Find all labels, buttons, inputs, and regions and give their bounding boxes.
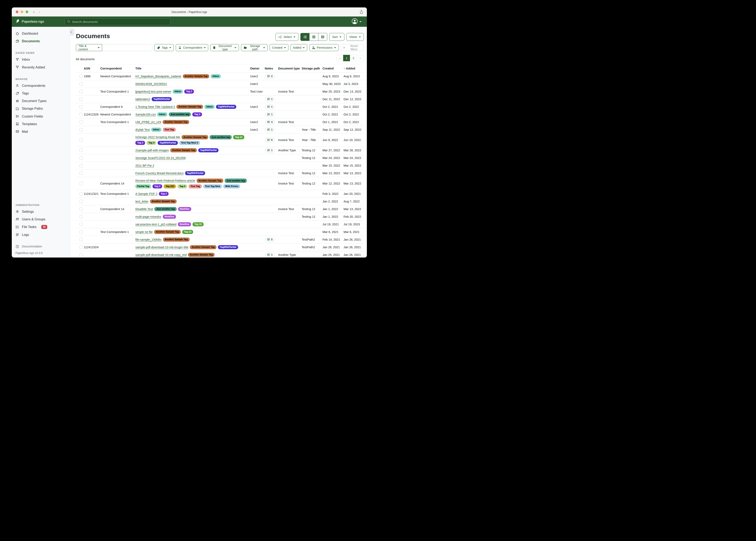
sidebar-item-dashboard[interactable]: Dashboard xyxy=(12,30,70,37)
doc-title-link[interactable]: French Country Bread Revised.docx xyxy=(135,172,184,175)
doc-tag[interactable]: Just another tag xyxy=(154,207,176,211)
doc-tag[interactable]: Inbox xyxy=(173,90,183,94)
doc-checkbox[interactable] xyxy=(79,82,83,86)
zoom-window-button[interactable] xyxy=(26,11,28,13)
pagination-next-button[interactable]: » xyxy=(357,55,364,61)
notes-badge[interactable]: 2 xyxy=(265,74,275,79)
doc-tag[interactable]: Inbox xyxy=(211,74,221,79)
doc-tag[interactable]: Another Sample Tag xyxy=(170,148,197,153)
doc-checkbox[interactable] xyxy=(79,138,83,142)
doc-tag[interactable]: Test Tag New xyxy=(203,184,222,189)
doc-tag[interactable]: Just another tag xyxy=(210,135,232,139)
browser-forward-icon[interactable]: › xyxy=(39,10,40,14)
doc-checkbox[interactable] xyxy=(79,238,83,241)
doc-tag[interactable]: TagWithPartial xyxy=(185,171,205,176)
doc-title-link[interactable]: multi-page-mixedxx xyxy=(135,215,161,218)
column-header-notes[interactable]: Notes xyxy=(265,67,278,70)
notes-badge[interactable]: 1 xyxy=(265,112,275,117)
doc-title-link[interactable]: test_letter xyxy=(135,200,149,203)
sidebar-item-mail[interactable]: Mail xyxy=(12,128,70,136)
reset-filters-button[interactable]: ✕ Reset filters xyxy=(341,44,364,51)
column-header-asn[interactable]: ASN xyxy=(84,67,100,70)
doc-title-link[interactable]: sample-pdf-download-10-mb copy_red xyxy=(135,253,187,257)
doc-title-link[interactable]: UM_PPBE_en_v29 xyxy=(135,120,161,124)
doc-tag[interactable]: Tag 3 xyxy=(177,184,187,189)
pagination-page-2[interactable]: 2 xyxy=(350,55,357,61)
doc-checkbox[interactable] xyxy=(79,230,83,234)
doc-tag[interactable]: Another Sample Tag xyxy=(163,238,190,242)
doc-title-link[interactable]: 1 Testing New Title Updated 2 xyxy=(135,105,175,109)
doc-title-link[interactable]: Sample100.csv xyxy=(135,113,156,116)
browser-back-icon[interactable]: ‹ xyxy=(33,10,34,14)
doc-tag[interactable]: Inbox xyxy=(151,128,161,132)
sidebar-item-documentation[interactable]: Documentation xyxy=(12,244,70,250)
column-header-added[interactable]: ↑Added xyxy=(344,67,364,70)
doc-title-link[interactable]: tablerates2 xyxy=(135,98,150,101)
doc-checkbox[interactable] xyxy=(79,156,83,160)
doc-checkbox[interactable] xyxy=(79,223,83,226)
doc-tag[interactable]: Tag 2 xyxy=(159,192,169,196)
doc-title-link[interactable]: A Sample PDF 2 xyxy=(135,192,157,196)
doc-checkbox[interactable] xyxy=(79,208,83,211)
doc-tag[interactable]: Tag 2 xyxy=(192,112,202,117)
doc-tag[interactable]: Another Sample Tag xyxy=(182,135,208,139)
sidebar-item-logs[interactable]: Logs xyxy=(12,231,70,239)
doc-tag[interactable]: Another Sample Tag xyxy=(197,179,223,183)
doc-checkbox[interactable] xyxy=(79,149,83,152)
column-header-document-type[interactable]: Document type xyxy=(278,67,302,70)
sidebar-item-recently-added[interactable]: Recently Added xyxy=(12,64,70,71)
sidebar-item-inbox[interactable]: Inbox xyxy=(12,56,70,63)
notes-badge[interactable]: 1 xyxy=(265,104,275,110)
doc-checkbox[interactable] xyxy=(79,192,83,196)
search-field-selector[interactable]: Title & content xyxy=(76,44,102,51)
doc-checkbox[interactable] xyxy=(79,90,83,93)
doc-checkbox[interactable] xyxy=(79,246,83,249)
doc-tag[interactable]: Test Tag xyxy=(163,128,176,132)
doc-tag[interactable]: Another Sample Tag xyxy=(183,74,209,79)
filter-document-type-button[interactable]: Document type xyxy=(210,44,239,51)
column-header-owner[interactable]: Owner xyxy=(250,67,265,70)
doc-title-link[interactable]: file-sample_150kBs xyxy=(135,238,162,241)
doc-checkbox[interactable] xyxy=(79,120,83,124)
doc-checkbox[interactable] xyxy=(79,200,83,203)
doc-checkbox[interactable] xyxy=(79,105,83,109)
sidebar-item-file-tasks[interactable]: File Tasks16 xyxy=(12,223,70,231)
grid-view-button[interactable] xyxy=(309,33,318,41)
doc-tag[interactable]: Tag 222 xyxy=(164,184,176,189)
doc-title-link[interactable]: H7_Napoleon_Bonaparte_zadanie xyxy=(135,75,181,78)
notes-badge[interactable]: 1 xyxy=(265,253,275,258)
doc-tag[interactable]: TagWithPartial xyxy=(216,105,236,109)
doc-tag[interactable]: NewOne xyxy=(178,207,191,211)
doc-tag[interactable]: NewOne xyxy=(163,215,176,219)
sidebar-item-templates[interactable]: Templates xyxy=(12,120,70,128)
doc-title-link[interactable]: sat-practice-test-1_pt2-collated xyxy=(135,223,176,226)
app-logo[interactable]: Paperless-ngx xyxy=(15,19,44,25)
sidebar-item-storage-paths[interactable]: Storage Paths xyxy=(12,105,70,112)
doc-tag[interactable]: Tag 2 xyxy=(152,184,162,189)
doc-tag[interactable]: TagWithPartial xyxy=(158,141,178,145)
filter-correspondent-button[interactable]: Correspondent xyxy=(176,44,208,51)
doc-tag[interactable]: Just another tag xyxy=(225,179,247,183)
doc-checkbox[interactable] xyxy=(79,172,83,175)
sidebar-item-tags[interactable]: Tags xyxy=(12,90,70,97)
filter-storage-path-button[interactable]: Storage path xyxy=(241,44,268,51)
column-header-created[interactable]: Created xyxy=(322,67,344,70)
doc-checkbox[interactable] xyxy=(79,113,83,116)
doc-title-link[interactable]: sample-pdf-download-10-mb-longer-title xyxy=(135,246,188,249)
column-header-storage-path[interactable]: Storage path xyxy=(302,67,322,70)
doc-tag[interactable]: Just another tag xyxy=(169,112,191,117)
doc-checkbox[interactable] xyxy=(79,75,83,78)
doc-tag[interactable]: Inbox xyxy=(157,112,167,117)
select-button[interactable]: Select xyxy=(275,33,298,41)
pagination-prev-button[interactable]: « xyxy=(336,55,343,61)
doc-title-link[interactable]: Review-of-New-York-Federal-Petitions-art… xyxy=(135,179,195,182)
doc-checkbox[interactable] xyxy=(79,128,83,131)
doc-tag[interactable]: Tag 2 xyxy=(184,90,194,94)
filter-tags-button[interactable]: Tags xyxy=(154,44,174,51)
filter-created-button[interactable]: Created xyxy=(270,44,288,51)
notes-badge[interactable]: 1 xyxy=(265,97,275,102)
doc-title-link[interactable]: [paperless] test post-owner xyxy=(135,90,171,93)
notes-badge[interactable]: 1 xyxy=(265,127,275,132)
doc-checkbox[interactable] xyxy=(79,182,83,185)
title-content-input[interactable] xyxy=(102,44,152,51)
